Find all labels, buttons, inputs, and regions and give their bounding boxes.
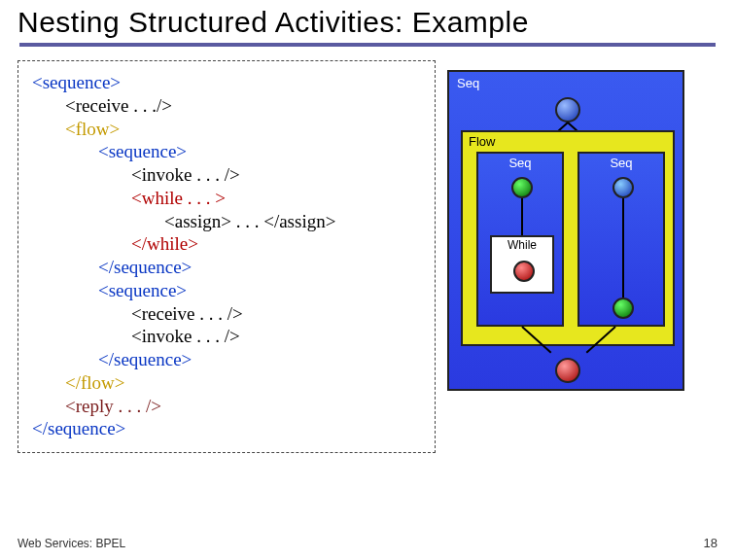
- code-line: <invoke . . . />: [32, 325, 421, 348]
- receive-node-icon: [555, 97, 580, 122]
- code-line: <receive . . ./>: [32, 94, 421, 118]
- slide-title: Nesting Structured Activities: Example: [18, 6, 718, 39]
- page-number: 18: [704, 536, 718, 550]
- diagram: Seq Flow Seq While: [447, 70, 684, 391]
- receive-node-icon: [612, 177, 634, 198]
- content-row: <sequence> <receive . . ./> <flow> <sequ…: [18, 60, 718, 453]
- while-label: While: [492, 238, 552, 252]
- code-line: <sequence>: [32, 72, 121, 92]
- inner-seq-label: Seq: [478, 156, 562, 170]
- invoke-node-icon: [511, 177, 533, 198]
- code-line: </sequence>: [32, 256, 421, 279]
- while-box: While: [490, 235, 554, 294]
- code-box: <sequence> <receive . . ./> <flow> <sequ…: [18, 60, 436, 453]
- inner-seq-label: Seq: [579, 156, 663, 170]
- code-line: <flow>: [32, 118, 421, 141]
- invoke-node-icon: [612, 298, 634, 319]
- code-line: <sequence>: [32, 279, 421, 302]
- seq-label: Seq: [457, 76, 479, 90]
- code-line: </sequence>: [32, 418, 125, 438]
- connector-line: [622, 198, 624, 298]
- code-line: <sequence>: [32, 140, 421, 163]
- code-line: </flow>: [32, 371, 421, 395]
- title-underline: [19, 43, 716, 47]
- outer-sequence-box: Seq Flow Seq While: [447, 70, 684, 391]
- code-line: </while>: [32, 232, 421, 256]
- inner-sequence-a: Seq While: [476, 152, 564, 327]
- code-line: <invoke . . . />: [32, 163, 421, 187]
- flow-label: Flow: [469, 134, 495, 149]
- slide: Nesting Structured Activities: Example <…: [0, 0, 735, 560]
- code-line: </sequence>: [32, 348, 421, 371]
- connector-line: [521, 198, 523, 235]
- footer-text: Web Services: BPEL: [18, 537, 125, 550]
- reply-node-icon: [555, 358, 580, 383]
- code-line: <reply . . . />: [32, 395, 421, 418]
- inner-sequence-b: Seq: [578, 152, 665, 327]
- code-line: <receive . . . />: [32, 302, 421, 326]
- code-line: <while . . . >: [32, 187, 421, 210]
- flow-box: Flow Seq While Seq: [461, 130, 675, 346]
- assign-node-icon: [513, 261, 535, 282]
- code-line: <assign> . . . </assign>: [32, 210, 421, 233]
